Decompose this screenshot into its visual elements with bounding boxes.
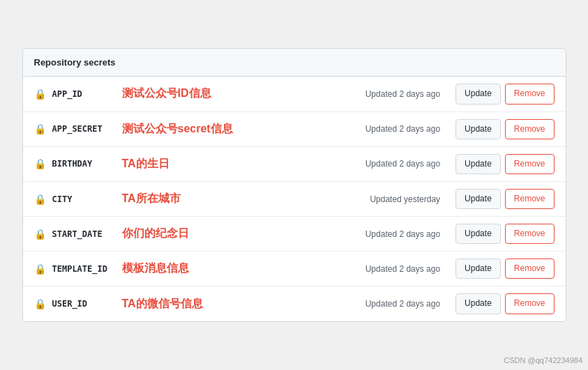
secret-updated: Updated 2 days ago: [342, 89, 440, 99]
update-button[interactable]: Update: [455, 259, 501, 279]
secret-description: TA所在城市: [122, 192, 336, 206]
table-row: 🔒 START_DATE 你们的纪念日 Updated 2 days ago U…: [23, 217, 566, 252]
table-row: 🔒 APP_SECRET 测试公众号secret信息 Updated 2 day…: [23, 112, 566, 147]
secret-name: BIRTHDAY: [52, 159, 115, 169]
secret-name: TEMPLATE_ID: [52, 264, 115, 274]
table-row: 🔒 CITY TA所在城市 Updated yesterday Update R…: [23, 182, 566, 217]
remove-button[interactable]: Remove: [505, 119, 555, 139]
update-button[interactable]: Update: [455, 189, 501, 209]
secret-description: TA的微信号信息: [122, 297, 336, 311]
secret-updated: Updated 2 days ago: [342, 159, 440, 169]
lock-icon: 🔒: [34, 229, 45, 240]
repository-secrets-panel: Repository secrets 🔒 APP_ID 测试公众号ID信息 Up…: [22, 48, 566, 321]
table-row: 🔒 TEMPLATE_ID 模板消息信息 Updated 2 days ago …: [23, 252, 566, 286]
secret-updated: Updated 2 days ago: [342, 264, 440, 274]
secret-description: 测试公众号secret信息: [122, 122, 336, 137]
secret-updated: Updated yesterday: [342, 194, 440, 204]
remove-button[interactable]: Remove: [505, 259, 555, 279]
lock-icon: 🔒: [34, 194, 45, 205]
remove-button[interactable]: Remove: [505, 84, 555, 104]
secret-name: CITY: [52, 194, 115, 204]
table-row: 🔒 BIRTHDAY TA的生日 Updated 2 days ago Upda…: [23, 147, 566, 182]
remove-button[interactable]: Remove: [505, 154, 555, 174]
secret-description: 你们的纪念日: [122, 226, 336, 241]
remove-button[interactable]: Remove: [505, 189, 555, 209]
update-button[interactable]: Update: [455, 293, 501, 314]
action-buttons: Update Remove: [455, 119, 554, 139]
lock-icon: 🔒: [34, 298, 45, 309]
secret-description: TA的生日: [122, 157, 336, 171]
watermark: CSDN @qq742234984: [504, 356, 582, 364]
update-button[interactable]: Update: [455, 154, 501, 174]
lock-icon: 🔒: [34, 158, 45, 169]
secret-updated: Updated 2 days ago: [342, 229, 440, 239]
remove-button[interactable]: Remove: [505, 224, 555, 244]
secret-name: APP_ID: [52, 89, 115, 99]
action-buttons: Update Remove: [455, 154, 554, 174]
section-title: Repository secrets: [34, 57, 116, 68]
update-button[interactable]: Update: [455, 84, 501, 104]
secrets-list: 🔒 APP_ID 测试公众号ID信息 Updated 2 days ago Up…: [23, 77, 566, 321]
update-button[interactable]: Update: [455, 224, 501, 244]
table-row: 🔒 APP_ID 测试公众号ID信息 Updated 2 days ago Up…: [23, 77, 566, 111]
section-header: Repository secrets: [23, 49, 566, 77]
remove-button[interactable]: Remove: [505, 293, 555, 314]
action-buttons: Update Remove: [455, 84, 554, 104]
secret-name: USER_ID: [52, 299, 115, 309]
lock-icon: 🔒: [34, 88, 45, 100]
secret-description: 测试公众号ID信息: [122, 86, 336, 101]
lock-icon: 🔒: [34, 263, 45, 275]
table-row: 🔒 USER_ID TA的微信号信息 Updated 2 days ago Up…: [23, 286, 566, 321]
secret-name: APP_SECRET: [52, 124, 115, 134]
update-button[interactable]: Update: [455, 119, 501, 139]
lock-icon: 🔒: [34, 123, 45, 134]
secret-description: 模板消息信息: [122, 261, 336, 276]
action-buttons: Update Remove: [455, 293, 554, 314]
action-buttons: Update Remove: [455, 189, 554, 209]
secret-updated: Updated 2 days ago: [342, 299, 440, 309]
secret-name: START_DATE: [52, 229, 115, 239]
action-buttons: Update Remove: [455, 224, 554, 244]
action-buttons: Update Remove: [455, 259, 554, 279]
secret-updated: Updated 2 days ago: [342, 124, 440, 134]
